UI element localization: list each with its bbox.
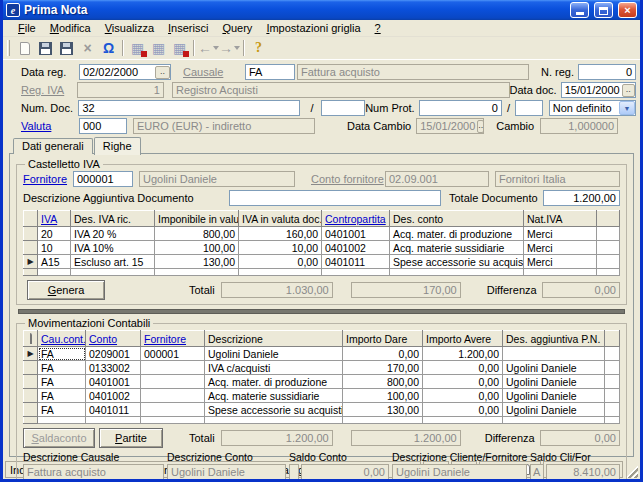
toolbar: × Ω ▦ ▦ ▦ ← → ? [3,37,640,60]
fornitore-code-field[interactable]: 000001 [73,171,133,187]
iva-grid-row[interactable]: 10 IVA 10% 100,00 10,00 0401002 Acq. mat… [24,241,620,255]
row-selector[interactable] [24,227,38,241]
mov-grid-row[interactable]: FA 0401011 Spese accessorie su acquisti … [24,403,620,417]
row-selector[interactable] [24,403,38,417]
menu-query[interactable]: Query [215,21,259,35]
mov-grid-header-descrizione[interactable]: Descrizione [205,331,343,347]
mov-grid-row[interactable]: FA 0401001 Acq. mater. di produzione 800… [24,375,620,389]
mov-grid-header-avere[interactable]: Importo Avere [423,331,503,347]
mov-grid-header-cau[interactable]: Cau.cont. [38,331,86,347]
row-selector[interactable] [24,241,38,255]
grid-layout-icon: ▦ [152,41,165,55]
menu-file[interactable]: File [11,21,43,35]
fornitore-link[interactable]: Fornitore [23,173,69,185]
row-selector-arrow[interactable]: ▶ [24,255,38,269]
mov-differenza-field: 0,00 [540,430,620,446]
mov-grid-header-des-agg[interactable]: Des. aggiuntiva P.N. [503,331,605,347]
saldaconto-button: Saldaconto [23,428,95,448]
reg-iva-link: Reg. IVA [21,84,77,96]
menubar: File Modifica Visualizza Inserisci Query… [3,20,640,37]
forward-button[interactable]: → [219,38,240,58]
app-icon: e [6,3,20,17]
footer-values-row: Fattura acquisto Ugolini Daniele 0,00 Ug… [23,464,620,480]
data-reg-field[interactable]: 02/02/2000 .. [79,64,171,80]
tab-righe[interactable]: Righe [94,137,141,155]
valuta-code-field[interactable]: 000 [79,118,127,134]
num-prot-suffix-field[interactable] [515,100,543,116]
grid-insert-row-button[interactable]: ▦ [127,38,148,58]
row-selector-arrow[interactable]: ▶ [24,347,38,361]
partite-button[interactable]: Partite [99,428,163,448]
toolbar-grip[interactable] [7,40,10,56]
iva-grid-row[interactable]: 20 IVA 20 % 800,00 160,00 0401001 Acq. m… [24,227,620,241]
delete-button[interactable]: × [77,38,98,58]
iva-grid-header-des-iva[interactable]: Des. IVA ric. [71,211,155,227]
toolbar-separator [243,40,245,56]
genera-button[interactable]: Genera [27,280,105,300]
close-button[interactable]: × [618,2,637,18]
iva-grid-header-des-conto[interactable]: Des. conto [390,211,524,227]
minimize-button[interactable] [570,2,589,18]
mov-grid-header-conto[interactable]: Conto [86,331,141,347]
mov-grid-row[interactable]: FA 0133002 IVA c/acquisti 170,00 0,00 Ug… [24,361,620,375]
splitter-handle[interactable] [18,309,625,314]
iva-differenza-label: Differenza [487,284,537,296]
iva-grid-header-nat-iva[interactable]: Nat.IVA [524,211,597,227]
mov-grid-header-fornitore[interactable]: Fornitore [141,331,205,347]
row-selector[interactable] [24,389,38,403]
row-selector[interactable] [24,361,38,375]
iva-grid-row-selected[interactable]: ▶ A15 Escluso art. 15 130,00 0,00 040101… [24,255,620,269]
tipo-documento-combo[interactable]: Non definito ▼ [549,100,636,116]
maximize-button[interactable] [594,2,613,18]
fornitore-desc-field: Ugolini Daniele [139,171,295,187]
grid-layout-button[interactable]: ▦ [148,38,169,58]
row-selector[interactable] [24,375,38,389]
n-reg-field[interactable]: 0 [578,64,636,80]
grid-delete-row-button[interactable]: ▦ [169,38,190,58]
num-doc-suffix-field[interactable] [321,100,365,116]
titlebar: e Prima Nota × [3,0,640,20]
descr-aggiuntiva-field[interactable] [229,190,441,206]
tab-page-righe: Castelletto IVA Fornitore 000001 Ugolini… [9,153,634,457]
conto-fornitore-link: Conto fornitore [311,173,383,185]
num-doc-label: Num. Doc. [21,102,78,114]
iva-grid-header-contropartita[interactable]: Contropartita [322,211,390,227]
iva-grid-header-imponibile[interactable]: Imponibile in valuta c [155,211,239,227]
help-button[interactable]: ? [248,38,269,58]
new-document-button[interactable] [14,38,35,58]
data-reg-label: Data reg. [21,66,79,78]
save-all-button[interactable] [35,38,56,58]
mov-differenza-label: Differenza [485,432,535,444]
iva-grid-header-filler [597,211,620,227]
back-button[interactable]: ← [198,38,219,58]
descr-causale-field: Fattura acquisto [23,464,164,480]
mov-grid-row[interactable]: FA 0401002 Acq. materie sussidiarie 100,… [24,389,620,403]
iva-grid-header-iva-doc[interactable]: IVA in valuta doc. [239,211,322,227]
menu-modifica[interactable]: Modifica [43,21,98,35]
refresh-button[interactable]: Ω [98,38,119,58]
mov-grid-header-dare[interactable]: Importo Dare [343,331,423,347]
conto-fornitore-desc-field: Fornitori Italia [495,171,620,187]
iva-grid-header-iva[interactable]: IVA [38,211,71,227]
num-doc-field[interactable]: 32 [78,100,300,116]
tabstrip: Dati generali Righe [3,136,640,154]
saldo-clifor-field: 8.410,00 [546,464,620,480]
data-doc-browse-button[interactable]: .. [622,84,635,97]
menu-visualizza[interactable]: Visualizza [98,21,161,35]
menu-impostazioni-griglia[interactable]: Impostazioni griglia [259,21,367,35]
menu-inserisci[interactable]: Inserisci [161,21,215,35]
num-prot-field[interactable]: 0 [419,100,502,116]
data-doc-field[interactable]: 15/01/2000 .. [561,82,636,98]
combo-dropdown-icon[interactable]: ▼ [619,101,635,115]
save-button[interactable] [56,38,77,58]
mov-grid-row-selected[interactable]: ▶ FA 0209001 000001 Ugolini Daniele 0,00… [24,347,620,361]
tab-dati-generali[interactable]: Dati generali [13,138,93,154]
causale-code-field[interactable]: FA [245,64,295,80]
menu-help[interactable]: ? [368,21,388,35]
app-window: e Prima Nota × File Modifica Visualizza … [0,0,643,482]
totale-documento-field[interactable]: 1.200,00 [543,190,620,206]
n-reg-label: N. reg. [541,66,574,78]
data-reg-browse-button[interactable]: .. [155,66,170,79]
valuta-link[interactable]: Valuta [21,120,79,132]
descr-aggiuntiva-label: Descrizione Aggiuntiva Documento [23,192,229,204]
